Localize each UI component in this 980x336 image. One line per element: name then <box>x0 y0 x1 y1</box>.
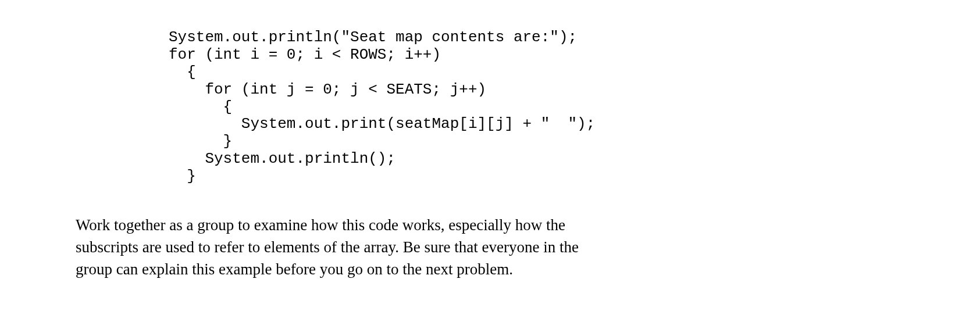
code-line: System.out.print(seatMap[i][j] + " "); <box>169 115 595 133</box>
code-line: } <box>169 133 232 150</box>
instruction-paragraph: Work together as a group to examine how … <box>76 215 599 280</box>
code-line: System.out.println("Seat map contents ar… <box>169 28 577 46</box>
code-block: System.out.println("Seat map contents ar… <box>169 29 904 185</box>
code-line: for (int i = 0; i < ROWS; i++) <box>169 46 441 63</box>
code-line: } <box>169 167 196 185</box>
code-line: { <box>169 63 196 81</box>
code-line: for (int j = 0; j < SEATS; j++) <box>169 81 486 98</box>
code-line: { <box>169 98 232 116</box>
code-line: System.out.println(); <box>169 150 395 167</box>
